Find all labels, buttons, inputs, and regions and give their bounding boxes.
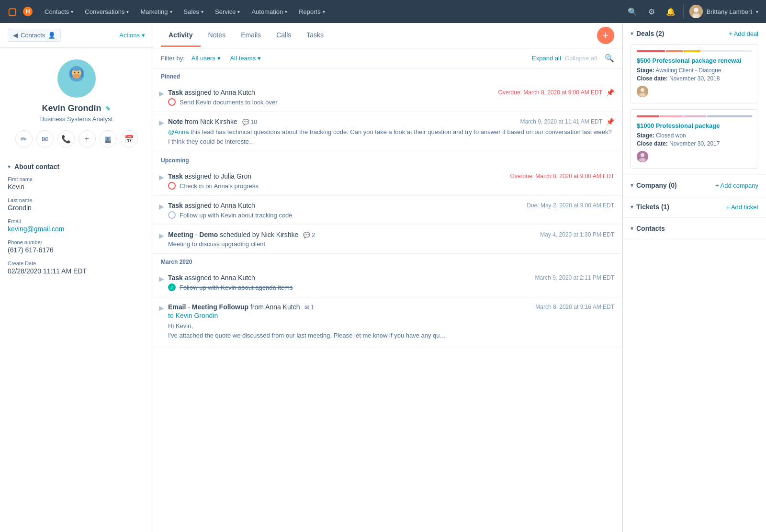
all-teams-filter[interactable]: All teams ▾ [227,53,264,63]
add-action-button[interactable]: + [79,130,96,147]
tickets-section: ▾ Tickets (1) + Add ticket [623,196,766,218]
deal-2-title[interactable]: $1000 Professional package [637,122,752,129]
expand-arrow-icon-2[interactable]: ▶ [159,119,164,126]
nav-automation[interactable]: Automation ▾ [247,5,292,18]
task-icon: ▦ [104,135,112,144]
pinned-note-1-title-row: Note from Nick Kirshke 💬 10 March 9, 202… [168,118,614,125]
notifications-icon[interactable]: 🔔 [664,5,677,18]
note-icon: ✏ [21,135,27,144]
nav-reports[interactable]: Reports ▾ [294,5,330,18]
svg-point-3 [694,8,698,12]
expand-arrow-icon-3[interactable]: ▶ [159,173,164,181]
pinned-task-1-date: Overdue: March 8, 2020 at 9:00 AM EDT [498,89,602,96]
add-ticket-link[interactable]: + Add ticket [726,204,758,211]
right-sidebar: ▾ Deals (2) + Add deal $500 Professional… [622,23,766,532]
pin-icon-2[interactable]: 📌 [606,118,614,125]
upcoming-meeting-1-body: Meeting to discuss upgrading client [168,240,614,248]
tickets-section-header[interactable]: ▾ Tickets (1) + Add ticket [623,196,766,217]
activity-feed: Pinned ▶ Task assigned to Anna Kutch Ove… [153,68,622,532]
upcoming-task-2-body: Follow up with Kevin about tracking code [168,211,614,219]
svg-point-15 [639,93,646,97]
march-email-1: ▶ Email - Meeting Followup from Anna Kut… [153,297,622,346]
pinned-note-1-date: March 9, 2020 at 11:41 AM EDT [520,118,602,125]
add-company-link[interactable]: + Add company [715,182,758,189]
expand-arrow-icon-5[interactable]: ▶ [159,232,164,239]
email-recipient-row: to Kevin Grondin [168,312,614,319]
collapse-all-link[interactable]: Collapse all [565,55,597,62]
search-icon[interactable]: 🔍 [626,5,639,18]
all-users-filter[interactable]: All users ▾ [189,53,224,63]
pin-icon[interactable]: 📌 [606,89,614,96]
task-status-pending-icon[interactable] [168,211,176,219]
nav-divider [683,5,684,18]
user-avatar [689,5,703,18]
deal-1-title[interactable]: $500 Professional package renewal [637,57,752,64]
pinned-note-1-body: @Anna this lead has technical questions … [168,127,614,146]
upcoming-task-1-date: Overdue: March 8, 2020 at 9:00 AM EDT [510,173,614,180]
task-status-done-icon[interactable]: ✓ [168,283,176,291]
tab-notes[interactable]: Notes [201,24,234,47]
note-action-button[interactable]: ✏ [15,130,33,147]
task-status-empty-icon-2[interactable] [168,182,176,190]
tab-calls[interactable]: Calls [269,24,299,47]
reports-caret-icon: ▾ [323,9,325,14]
contacts-title-row: ▾ Contacts [631,225,665,232]
pinned-task-1: ▶ Task assigned to Anna Kutch Overdue: M… [153,83,622,112]
deal-2-avatar [637,151,648,162]
march-email-1-header: ▶ Email - Meeting Followup from Anna Kut… [159,303,614,340]
create-date-field: Create Date 02/28/2020 11:11 AM EDT [8,260,145,275]
upcoming-task-2: ▶ Task assigned to Anna Kutch Due: May 2… [153,196,622,225]
about-section-title: About contact [14,163,59,170]
about-section-toggle[interactable]: ▾ About contact [8,163,145,170]
tab-activity[interactable]: Activity [161,24,201,47]
nav-marketing[interactable]: Marketing ▾ [135,5,177,18]
nav-sales[interactable]: Sales ▾ [179,5,209,18]
email-action-button[interactable]: ✉ [36,130,54,147]
settings-icon[interactable]: ⚙ [645,5,658,18]
call-action-button[interactable]: 📞 [57,130,75,147]
email-to-link[interactable]: to Kevin Grondin [168,312,218,319]
actions-button[interactable]: Actions ▾ [119,32,145,39]
user-caret-icon: ▾ [756,9,758,14]
activity-search-icon[interactable]: 🔍 [605,54,614,63]
nav-service[interactable]: Service ▾ [210,5,245,18]
pinned-task-1-header: ▶ Task assigned to Anna Kutch Overdue: M… [159,89,614,106]
tickets-caret-icon: ▾ [631,204,633,210]
about-caret-icon: ▾ [8,163,11,170]
svg-text:H: H [26,8,30,15]
contacts-section-header[interactable]: ▾ Contacts [623,218,766,239]
first-name-field: First name Kevin [8,176,145,191]
expand-arrow-icon-6[interactable]: ▶ [159,275,164,283]
tab-tasks[interactable]: Tasks [299,24,331,47]
teams-filter-caret-icon: ▾ [258,55,261,62]
tab-emails[interactable]: Emails [233,24,269,47]
user-profile-section[interactable]: Brittany Lambert ▾ [689,5,758,18]
expand-arrow-icon-7[interactable]: ▶ [159,304,164,312]
add-deal-link[interactable]: + Add deal [729,30,758,37]
expand-arrow-icon-4[interactable]: ▶ [159,203,164,210]
note-mention: @Anna [168,128,189,136]
meeting-action-button[interactable]: 📅 [121,130,138,147]
svg-point-18 [639,158,646,162]
expand-arrow-icon[interactable]: ▶ [159,90,164,97]
task-action-button[interactable]: ▦ [100,130,117,147]
upcoming-task-2-meta: Task assigned to Anna Kutch Due: May 2, … [168,202,614,219]
deal-2-close-date: Close date: November 30, 2017 [637,140,752,147]
deal-1-seg-3 [684,50,700,52]
automation-caret-icon: ▾ [285,9,287,14]
back-to-contacts-button[interactable]: ◀ Contacts 👤 [8,29,61,42]
nav-conversations[interactable]: Conversations ▾ [80,5,134,18]
deal-1-stage: Stage: Awaiting Client - Dialogue [637,67,752,74]
email-value[interactable]: keving@gmail.com [8,225,145,233]
company-title-row: ▾ Company (0) [631,181,677,189]
add-activity-button[interactable]: + [597,27,614,44]
last-name-value: Grondin [8,204,145,212]
nav-contacts[interactable]: Contacts ▾ [40,5,78,18]
deals-section-header[interactable]: ▾ Deals (2) + Add deal [623,23,766,44]
upcoming-task-2-header: ▶ Task assigned to Anna Kutch Due: May 2… [159,202,614,219]
edit-contact-icon[interactable]: ✎ [105,105,111,113]
task-status-empty-icon[interactable] [168,98,176,106]
company-section-header[interactable]: ▾ Company (0) + Add company [623,175,766,196]
filter-bar: Filter by: All users ▾ All teams ▾ Expan… [153,48,622,68]
expand-all-link[interactable]: Expand all [532,55,561,62]
